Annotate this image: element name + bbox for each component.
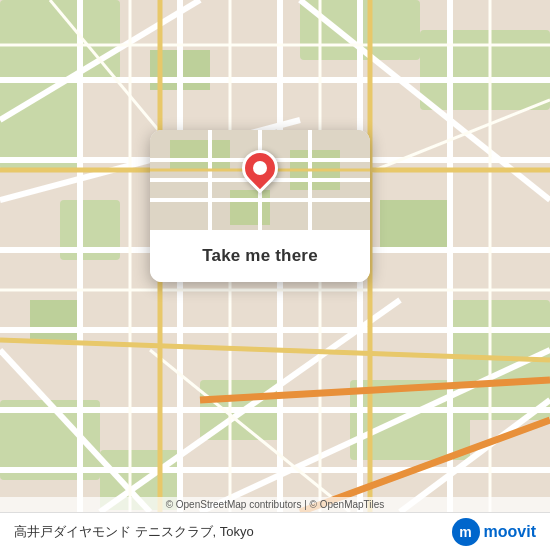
pin-shape: [235, 143, 286, 194]
location-popup: Take me there: [150, 130, 370, 282]
map-container: Take me there © OpenStreetMap contributo…: [0, 0, 550, 550]
moovit-brand-text: moovit: [484, 523, 536, 541]
moovit-icon-letter: m: [459, 524, 471, 540]
popup-map-preview: [150, 130, 370, 230]
pin-inner: [253, 161, 267, 175]
location-label: 高井戸ダイヤモンド テニスクラブ, Tokyo: [14, 523, 254, 541]
map-attribution: © OpenStreetMap contributors | © OpenMap…: [0, 497, 550, 512]
moovit-logo: m moovit: [452, 518, 536, 546]
location-pin: [242, 150, 278, 186]
bottom-bar: 高井戸ダイヤモンド テニスクラブ, Tokyo m moovit: [0, 512, 550, 550]
take-me-there-button[interactable]: Take me there: [150, 230, 370, 282]
moovit-icon: m: [452, 518, 480, 546]
